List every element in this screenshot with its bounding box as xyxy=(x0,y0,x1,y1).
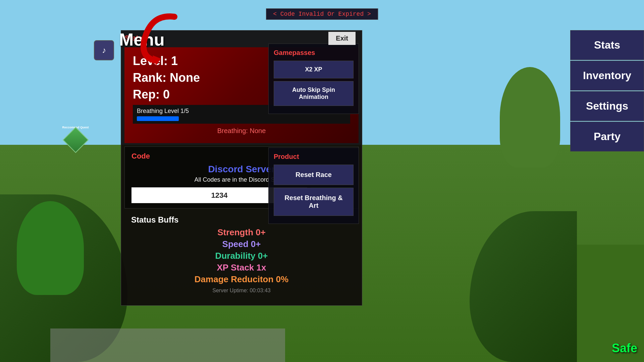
reset-breathing-button[interactable]: Reset Breathing & Art xyxy=(274,188,354,216)
gamepasses-title: Gamepasses xyxy=(274,49,354,57)
x2-xp-button[interactable]: X2 XP xyxy=(274,61,354,78)
buffs-section: Status Buffs Strength 0+ Speed 0+ Durabi… xyxy=(124,212,359,299)
quest-diamond-icon xyxy=(62,127,89,153)
server-uptime: Server Uptime: 00:03:43 xyxy=(131,286,352,295)
xp-stack-buff: XP Stack 1x xyxy=(131,262,352,273)
exit-button[interactable]: Exit xyxy=(328,32,356,45)
gamepasses-panel: Gamepasses X2 XP Auto Skip Spin Animatio… xyxy=(268,44,359,114)
auto-skip-button[interactable]: Auto Skip Spin Animation xyxy=(274,81,354,106)
ui-overlay: < Code Invalid Or Expired > ♪ Reccomend … xyxy=(0,0,644,362)
product-panel: Product Reset Race Reset Breathing & Art xyxy=(268,147,359,224)
sidebar-party-button[interactable]: Party xyxy=(570,122,644,152)
music-icon: ♪ xyxy=(102,46,106,55)
sidebar-settings-button[interactable]: Settings xyxy=(570,91,644,121)
quest-badge[interactable]: Reccomend Quest xyxy=(62,127,89,154)
damage-reduction-buff: Damage Reduciton 0% xyxy=(131,274,352,285)
right-sidebar: Stats Inventory Settings Party xyxy=(570,30,644,152)
music-button[interactable]: ♪ xyxy=(94,40,114,60)
breathing-style-label: Breathing: None xyxy=(133,127,350,135)
sidebar-inventory-button[interactable]: Inventory xyxy=(570,61,644,90)
sidebar-stats-button[interactable]: Stats xyxy=(570,30,644,60)
safe-status-text: Safe xyxy=(612,341,637,355)
strength-buff: Strength 0+ xyxy=(131,227,352,238)
menu-title: Menu xyxy=(119,29,165,50)
notification-bar: < Code Invalid Or Expired > xyxy=(266,8,378,20)
speed-buff: Speed 0+ xyxy=(131,239,352,249)
durability-buff: Durability 0+ xyxy=(131,251,352,261)
breathing-progress-bar xyxy=(137,116,179,121)
notification-text: < Code Invalid Or Expired > xyxy=(273,11,371,17)
product-title: Product xyxy=(274,153,354,161)
reset-race-button[interactable]: Reset Race xyxy=(274,165,354,185)
